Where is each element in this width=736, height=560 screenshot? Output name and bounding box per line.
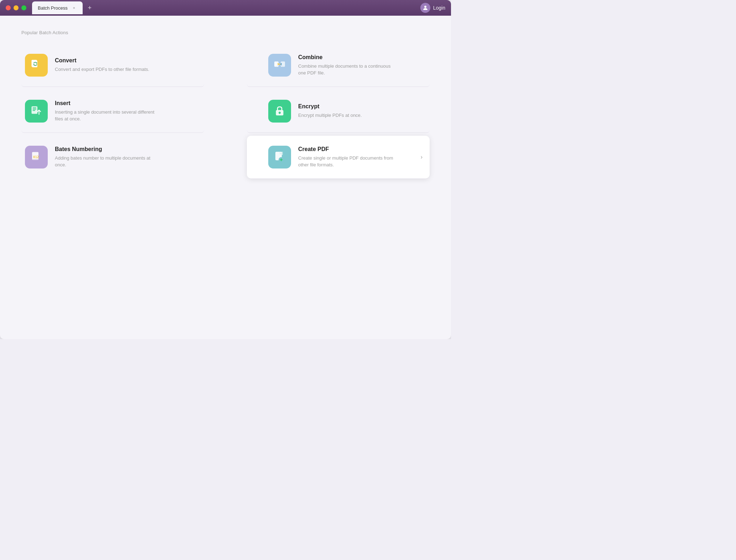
svg-rect-2 xyxy=(32,60,37,67)
bates-action[interactable]: 012 Bates Numbering Adding bates number … xyxy=(21,136,204,178)
convert-action[interactable]: Convert Convert and export PDFs to other… xyxy=(21,44,204,87)
insert-text: Insert Inserting a single document into … xyxy=(55,100,197,123)
svg-point-0 xyxy=(424,6,426,8)
combine-action[interactable]: Combine Combine multiple documents to a … xyxy=(247,44,430,87)
tab-title: Batch Process xyxy=(38,5,68,11)
convert-icon xyxy=(30,59,43,72)
insert-icon-bg xyxy=(25,100,48,123)
close-button[interactable] xyxy=(6,5,11,10)
title-bar: Batch Process × + Login xyxy=(0,0,451,16)
login-area[interactable]: Login xyxy=(420,3,445,13)
encrypt-desc: Encrypt multiple PDFs at once. xyxy=(298,112,398,119)
chevron-right-icon: › xyxy=(421,154,423,160)
create-pdf-text: Create PDF Create single or multiple PDF… xyxy=(298,146,411,168)
active-tab[interactable]: Batch Process × xyxy=(32,1,83,14)
encrypt-action[interactable]: Encrypt Encrypt multiple PDFs at once. xyxy=(247,90,430,133)
svg-rect-16 xyxy=(280,152,283,155)
user-avatar xyxy=(420,3,430,13)
svg-rect-6 xyxy=(33,110,36,111)
tabs-area: Batch Process × + xyxy=(32,1,420,14)
convert-title: Convert xyxy=(55,57,197,64)
svg-rect-4 xyxy=(33,108,37,108)
left-column: Convert Convert and export PDFs to other… xyxy=(21,44,226,180)
encrypt-text: Encrypt Encrypt multiple PDFs at once. xyxy=(298,103,423,119)
svg-rect-5 xyxy=(33,109,37,109)
insert-icon xyxy=(30,105,43,118)
bates-icon-bg: 012 xyxy=(25,146,48,168)
user-icon xyxy=(422,5,429,11)
svg-rect-9 xyxy=(32,159,38,161)
bates-desc: Adding bates number to multiple document… xyxy=(55,155,155,168)
convert-text: Convert Convert and export PDFs to other… xyxy=(55,57,197,73)
actions-container: Convert Convert and export PDFs to other… xyxy=(21,44,430,180)
convert-icon-bg xyxy=(25,54,48,77)
bates-title: Bates Numbering xyxy=(55,146,197,152)
maximize-button[interactable] xyxy=(21,5,26,10)
login-label: Login xyxy=(433,5,445,11)
insert-action[interactable]: Insert Inserting a single document into … xyxy=(21,90,204,133)
convert-desc: Convert and export PDFs to other file fo… xyxy=(55,66,155,73)
create-pdf-action[interactable]: Create PDF Create single or multiple PDF… xyxy=(247,136,430,179)
right-column: Combine Combine multiple documents to a … xyxy=(226,44,430,180)
create-pdf-title: Create PDF xyxy=(298,146,411,152)
new-tab-button[interactable]: + xyxy=(85,4,94,12)
svg-text:012: 012 xyxy=(33,155,39,159)
combine-text: Combine Combine multiple documents to a … xyxy=(298,54,423,77)
encrypt-title: Encrypt xyxy=(298,103,423,110)
traffic-lights xyxy=(6,5,26,10)
app-window: Batch Process × + Login Popular Batch Ac… xyxy=(0,0,451,339)
svg-rect-11 xyxy=(281,62,285,67)
combine-desc: Combine multiple documents to a continuo… xyxy=(298,63,398,77)
svg-rect-10 xyxy=(274,62,279,67)
combine-icon-bg xyxy=(268,54,291,77)
insert-desc: Inserting a single document into several… xyxy=(55,109,155,123)
bates-icon: 012 xyxy=(30,151,43,164)
bates-text: Bates Numbering Adding bates number to m… xyxy=(55,146,197,168)
svg-rect-14 xyxy=(279,113,280,114)
insert-title: Insert xyxy=(55,100,197,107)
create-pdf-icon xyxy=(273,151,286,164)
encrypt-icon xyxy=(273,105,286,118)
combine-title: Combine xyxy=(298,54,423,61)
minimize-button[interactable] xyxy=(14,5,19,10)
combine-icon xyxy=(273,59,286,72)
create-pdf-icon-bg xyxy=(268,146,291,168)
tab-close-button[interactable]: × xyxy=(71,5,77,11)
encrypt-icon-bg xyxy=(268,100,291,123)
create-pdf-desc: Create single or multiple PDF documents … xyxy=(298,155,398,168)
main-content: Popular Batch Actions xyxy=(0,16,451,339)
section-title: Popular Batch Actions xyxy=(21,30,430,35)
